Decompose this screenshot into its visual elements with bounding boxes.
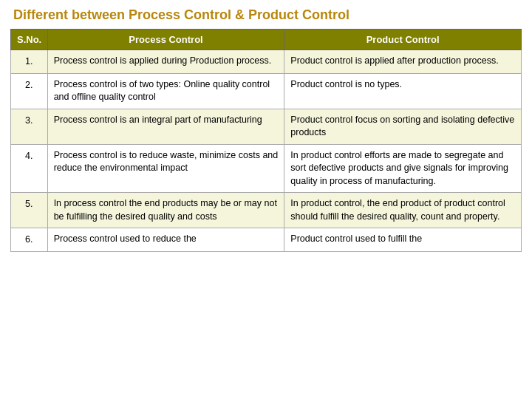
cell-sno: 1.: [11, 50, 48, 74]
comparison-table: S.No. Process Control Product Control 1.…: [10, 29, 522, 252]
table-row: 5.In process control the end products ma…: [11, 193, 522, 228]
header-process: Process Control: [47, 30, 284, 50]
cell-process: In process control the end products may …: [47, 193, 284, 228]
cell-sno: 5.: [11, 193, 48, 228]
cell-product: Product control is no types.: [284, 73, 522, 109]
cell-sno: 2.: [11, 73, 48, 109]
table-row: 3.Process control is an integral part of…: [11, 109, 522, 144]
header-sno: S.No.: [11, 30, 48, 50]
cell-product: In product control, the end product of p…: [284, 193, 522, 228]
cell-product: In product control efforts are made to s…: [284, 144, 522, 193]
page-container: Different between Process Control & Prod…: [0, 0, 532, 399]
table-row: 4.Process control is to reduce waste, mi…: [11, 144, 522, 193]
cell-product: Product control is applied after product…: [284, 50, 522, 74]
table-row: 1.Process control is applied during Prod…: [11, 50, 522, 74]
cell-sno: 3.: [11, 109, 48, 144]
page-title: Different between Process Control & Prod…: [10, 7, 522, 23]
cell-process: Process control used to reduce the: [47, 228, 284, 252]
header-product: Product Control: [284, 30, 522, 50]
cell-product: Product control focus on sorting and iso…: [284, 109, 522, 144]
cell-process: Process control is of two types: Online …: [47, 73, 284, 109]
table-row: 6.Process control used to reduce theProd…: [11, 228, 522, 252]
cell-process: Process control is applied during Produc…: [47, 50, 284, 74]
cell-sno: 6.: [11, 228, 48, 252]
cell-process: Process control is an integral part of m…: [47, 109, 284, 144]
cell-product: Product control used to fulfill the: [284, 228, 522, 252]
cell-sno: 4.: [11, 144, 48, 193]
cell-process: Process control is to reduce waste, mini…: [47, 144, 284, 193]
table-row: 2.Process control is of two types: Onlin…: [11, 73, 522, 109]
